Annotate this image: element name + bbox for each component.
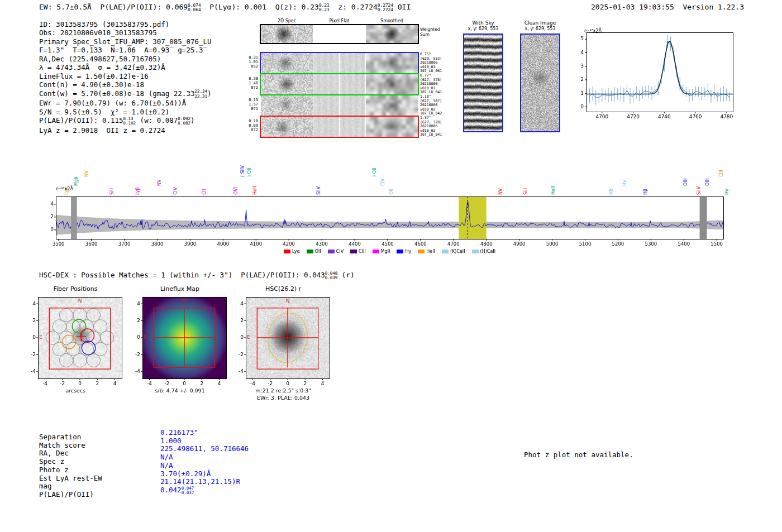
legend-swatch bbox=[307, 250, 313, 253]
match-value-score: 1.000 bbox=[160, 437, 249, 445]
fiber1-pixelflat-image bbox=[313, 53, 365, 73]
weighted-2dspec-image bbox=[261, 25, 313, 43]
legend-item: MgII bbox=[373, 249, 390, 254]
info-line-radec: RA,Dec (225.498627,50.716705) bbox=[39, 55, 212, 63]
match-value-mag: 21.14(21.13,21.15)R bbox=[160, 478, 249, 486]
legend-item: OII bbox=[307, 249, 321, 254]
fiber4-pixelflat-image bbox=[313, 117, 365, 137]
spectral-line-label: ) OII bbox=[372, 167, 377, 177]
fiber-positions-xlabel: arcsecs bbox=[22, 387, 128, 394]
spectrum-legend: LyαOIICIVCIIIMgIIHγHeII(K)CaII(H)CaII bbox=[56, 249, 723, 254]
legend-swatch bbox=[350, 250, 357, 253]
fiber4-smoothed-image bbox=[366, 117, 418, 137]
match-value-plae: 0.0420.0470.037 bbox=[160, 486, 249, 496]
info-line-plae: P(LAE)/P(OII): 0.1150.130.102 (w: 0.0870… bbox=[39, 116, 212, 126]
weight-value: 0.89 bbox=[241, 123, 258, 128]
match-label-separation: Separation bbox=[39, 433, 102, 442]
fiber3-annotation: 1.18" (627, 387) 20210806 v010_02 307_LU… bbox=[420, 95, 442, 116]
fiber3-weights: 0.15 1.57 071 bbox=[241, 98, 258, 112]
info-block: ID: 3013583795 (3013583795.pdf) Obs: 202… bbox=[39, 20, 212, 135]
fiber4-2dspec-image bbox=[261, 117, 313, 137]
weighted-label-line2: Sum bbox=[420, 32, 440, 37]
fiber1-weights: 0.31 1.01 052 bbox=[241, 55, 258, 69]
legend-swatch bbox=[472, 250, 479, 253]
fiber2-annotation: 0.77" (627, 378) 20210806 v010_01 307_LU… bbox=[420, 74, 442, 95]
weight-value: 1.46 bbox=[241, 81, 258, 85]
fiber2-weights: 0.30 1.46 072 bbox=[241, 76, 258, 90]
match-label-specz: Spec z bbox=[39, 458, 102, 466]
weight-value: 1.57 bbox=[241, 102, 258, 107]
fiber3-pixelflat-image bbox=[313, 95, 365, 116]
column-header-pixelflat: Pixel Flat bbox=[313, 18, 365, 23]
legend-swatch bbox=[418, 250, 425, 253]
match-label-restew: Est LyA rest-EW bbox=[39, 475, 102, 483]
weight-value: 1.01 bbox=[241, 60, 258, 64]
legend-swatch bbox=[373, 250, 379, 253]
fiber-positions-title: Fiber Positions bbox=[22, 285, 128, 293]
hsc-dex-summary: HSC-DEX : Possible Matches = 1 (within +… bbox=[39, 271, 354, 281]
with-sky-image bbox=[464, 35, 502, 131]
zoom-spectrum-plot bbox=[570, 27, 748, 123]
clean-image-title: Clean Image bbox=[515, 20, 565, 26]
elixer-report-page: EW: 5.7±0.5Å P(LAE)/P(OII): 0.0690.0740.… bbox=[0, 0, 782, 532]
legend-label: CIII bbox=[359, 249, 366, 254]
match-table-labels: Separation Match score RA, Dec Spec z Ph… bbox=[39, 433, 102, 499]
spectral-line-label: CIV bbox=[380, 179, 385, 186]
annotation-line: 307_LU_041 bbox=[420, 133, 442, 137]
info-line-cont-w: Cont(w) = 5.70(±0.08)e-18 (gmag 22.3322.… bbox=[39, 89, 212, 99]
fiber2-pixelflat-image bbox=[313, 74, 365, 94]
full-spectrum-plot bbox=[39, 193, 740, 250]
weight-value: 0.15 bbox=[241, 98, 258, 102]
match-value-photoz: N/A bbox=[160, 462, 249, 470]
legend-swatch bbox=[442, 250, 449, 253]
match-label-plae: P(LAE)/P(OII) bbox=[39, 491, 102, 499]
legend-item: Hγ bbox=[397, 249, 411, 254]
match-value-radec: 225.498611, 50.716646 bbox=[160, 445, 249, 453]
photz-unavailable-note: Phot z plot not available. bbox=[524, 451, 633, 459]
fiber4-weights: 0.10 0.89 072 bbox=[241, 119, 258, 133]
weight-value: 0.31 bbox=[241, 55, 258, 60]
spectral-line-label: NV bbox=[84, 171, 89, 177]
legend-label: Lyα bbox=[292, 249, 300, 254]
fiber1-2dspec-image bbox=[261, 53, 313, 73]
legend-swatch bbox=[397, 250, 403, 253]
legend-item: (H)CaII bbox=[472, 249, 495, 254]
spectral-line-label: MgII bbox=[74, 176, 79, 186]
weight-value: 052 bbox=[241, 64, 258, 69]
legend-label: CIV bbox=[336, 249, 344, 254]
weighted-smoothed-image bbox=[366, 25, 418, 43]
lineflux-map bbox=[127, 293, 233, 387]
fiber3-smoothed-image bbox=[366, 95, 418, 116]
column-header-2dspec: 2D Spec bbox=[261, 18, 313, 23]
legend-label: OII bbox=[315, 249, 321, 254]
info-line-seeing: F=1.3" T=0.133 N̅=1.06 A=0.93̅ g=25.3̅ bbox=[39, 46, 212, 54]
weighted-pixelflat-image bbox=[313, 25, 365, 43]
fiber1-smoothed-image bbox=[366, 53, 418, 73]
legend-label: Hγ bbox=[405, 249, 411, 254]
hsc-r-image bbox=[230, 293, 336, 387]
spectral-line-label: CIII bbox=[719, 170, 724, 177]
weight-value: 0.30 bbox=[241, 76, 258, 81]
fiber4-annotation: 1.37" (627, 378) 20210806 v010_02 307_LU… bbox=[420, 116, 442, 137]
info-line-lineflux: LineFlux = 1.50(±0.12)e-16 bbox=[39, 72, 212, 80]
spectral-line-label: ) OII bbox=[247, 167, 252, 177]
match-value-specz: N/A bbox=[160, 453, 249, 462]
legend-item: CIV bbox=[328, 249, 344, 254]
legend-label: (K)CaII bbox=[450, 249, 465, 254]
header-summary: EW: 5.7±0.5Å P(LAE)/P(OII): 0.0690.0740.… bbox=[39, 3, 411, 13]
clean-image-xy: x, y: 629, 553 bbox=[515, 26, 565, 31]
weight-value: 072 bbox=[241, 85, 258, 90]
match-table-values: 0.216173" 1.000 225.498611, 50.716646 N/… bbox=[160, 429, 249, 496]
with-sky-title: With Sky bbox=[458, 20, 508, 26]
lineflux-caption: s/b: 4.74 +/- 0.091 bbox=[127, 387, 233, 394]
spectral-line-label: Hγ bbox=[622, 180, 627, 186]
fiber-positions-map bbox=[22, 293, 128, 387]
fiber2-smoothed-image bbox=[366, 74, 418, 94]
info-line-cont-n: Cont(n) = 4.90(±0.30)e-18 bbox=[39, 80, 212, 89]
fiber3-2dspec-image bbox=[261, 95, 313, 116]
info-line-ewr: EWr = 7.90(±0.79) (w: 6.70(±0.54))Å bbox=[39, 99, 212, 107]
info-line-obs: Obs: 20210806v010_3013583795 bbox=[39, 28, 212, 37]
legend-swatch bbox=[284, 250, 290, 253]
legend-label: MgII bbox=[381, 249, 390, 254]
weighted-sum-label: Weighted Sum bbox=[420, 27, 440, 37]
